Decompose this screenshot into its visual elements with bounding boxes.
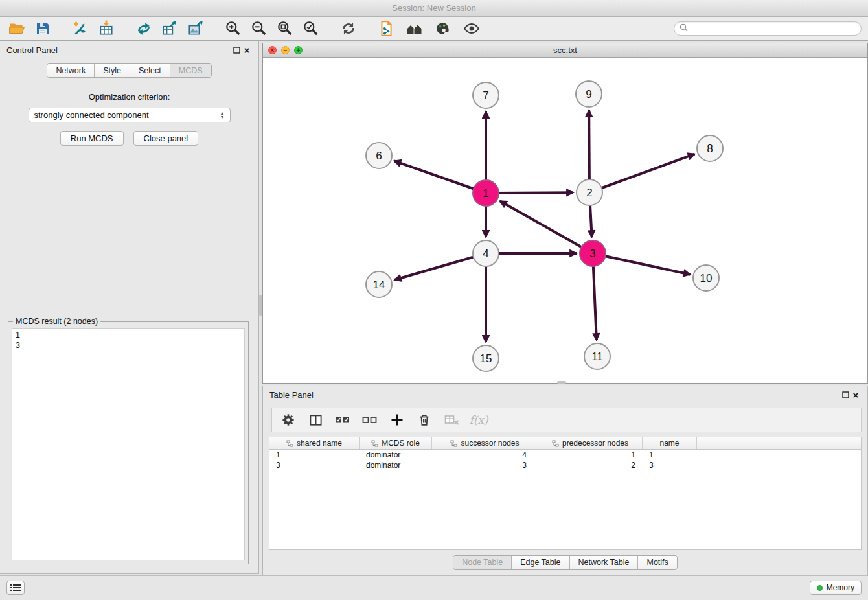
column-header-empty — [697, 437, 861, 449]
tab-motifs[interactable]: Motifs — [638, 556, 676, 569]
import-table-icon[interactable] — [96, 19, 117, 38]
close-table-panel-icon[interactable]: × — [851, 389, 861, 400]
table-panel-tabs: Node Table Edge Table Network Table Moti… — [453, 555, 678, 570]
delete-table-icon[interactable] — [443, 411, 460, 428]
zoom-fit-icon[interactable] — [275, 19, 295, 38]
column-icon[interactable] — [307, 411, 324, 428]
main-toolbar — [0, 17, 868, 41]
graph-edge-1-6[interactable] — [394, 161, 486, 193]
tab-mcds[interactable]: MCDS — [170, 64, 211, 77]
open-file-icon[interactable] — [6, 19, 27, 38]
graph-node-label: 8 — [707, 143, 713, 155]
cell-successor-nodes[interactable]: 3 — [432, 461, 538, 470]
graph-node-label: 1 — [483, 187, 488, 200]
network-graph[interactable]: 7968124314101511 — [263, 58, 867, 383]
window-titlebar: Session: New Session — [0, 0, 868, 17]
node-table: shared name MCDS role successor nodes pr… — [269, 437, 862, 550]
column-header-shared-name[interactable]: shared name — [269, 437, 360, 449]
export-image-icon[interactable] — [185, 19, 206, 38]
graph-node-label: 11 — [591, 351, 603, 363]
mcds-result-box: MCDS result (2 nodes) 1 3 — [8, 321, 249, 564]
cell-mcds-role[interactable]: dominator — [360, 450, 432, 459]
import-network-icon[interactable] — [70, 19, 91, 38]
column-type-icon — [552, 440, 559, 447]
zoom-selected-icon[interactable] — [301, 19, 321, 38]
clone-network-icon[interactable] — [133, 19, 154, 38]
optimization-criterion-label: Optimization criterion: — [0, 92, 258, 102]
delete-row-icon[interactable] — [416, 411, 433, 428]
cell-shared-name[interactable]: 3 — [269, 461, 360, 470]
cell-name[interactable]: 3 — [643, 461, 697, 470]
tab-select[interactable]: Select — [130, 64, 170, 77]
copy-network-icon[interactable] — [376, 19, 396, 38]
float-panel-icon[interactable] — [231, 45, 242, 55]
column-header-mcds-role[interactable]: MCDS role — [360, 437, 432, 449]
graph-edge-4-14[interactable] — [394, 253, 486, 280]
cell-mcds-role[interactable]: dominator — [360, 461, 432, 470]
network-window-titlebar[interactable]: × − + scc.txt — [263, 43, 867, 58]
style-icon[interactable] — [433, 19, 453, 38]
tab-edge-table[interactable]: Edge Table — [512, 556, 569, 569]
control-panel: Control Panel × Network Style Select MCD… — [0, 41, 259, 574]
chevron-up-down-icon: ▲▼ — [220, 111, 225, 119]
add-row-icon[interactable] — [389, 411, 405, 428]
network-canvas[interactable]: 7968124314101511 — [263, 58, 867, 383]
cell-name[interactable]: 1 — [643, 450, 697, 459]
cell-predecessor-nodes[interactable]: 2 — [538, 461, 643, 470]
memory-button[interactable]: Memory — [810, 581, 862, 595]
cell-predecessor-nodes[interactable]: 1 — [538, 450, 643, 459]
tab-node-table[interactable]: Node Table — [453, 556, 512, 569]
function-icon[interactable]: f(x) — [470, 411, 487, 428]
export-table-icon[interactable] — [159, 19, 180, 38]
mcds-result-line: 3 — [16, 340, 241, 351]
graph-node-label: 9 — [586, 88, 591, 100]
deselect-all-icon[interactable] — [361, 411, 378, 428]
graph-edge-3-1[interactable] — [500, 201, 593, 253]
close-panel-icon[interactable]: × — [242, 45, 252, 55]
overview-icon[interactable] — [404, 19, 425, 38]
memory-label: Memory — [827, 583, 854, 592]
control-panel-tabs: Network Style Select MCDS — [47, 63, 211, 78]
tab-network-table[interactable]: Network Table — [570, 556, 639, 569]
mcds-result-list[interactable]: 1 3 — [12, 328, 245, 560]
float-table-panel-icon[interactable] — [840, 389, 851, 400]
column-header-name[interactable]: name — [643, 437, 697, 449]
tab-network[interactable]: Network — [47, 64, 95, 77]
search-input[interactable] — [691, 24, 856, 33]
table-row[interactable]: 3 dominator 3 2 3 — [269, 460, 861, 470]
table-row[interactable]: 1 dominator 4 1 1 — [269, 450, 861, 460]
column-type-icon — [450, 440, 457, 447]
graph-node-label: 10 — [700, 272, 713, 284]
close-window-icon[interactable]: × — [268, 46, 277, 54]
window-title: Session: New Session — [392, 3, 475, 13]
column-header-successor-nodes[interactable]: successor nodes — [432, 437, 538, 449]
cell-successor-nodes[interactable]: 4 — [432, 450, 538, 459]
search-icon — [680, 23, 688, 34]
graph-node-label: 2 — [586, 187, 592, 199]
search-field[interactable] — [674, 21, 862, 36]
close-panel-button[interactable]: Close panel — [133, 131, 199, 146]
show-hide-icon[interactable] — [461, 19, 482, 38]
horizontal-scroll-handle[interactable] — [557, 381, 566, 384]
task-history-button[interactable] — [6, 581, 25, 595]
cell-shared-name[interactable]: 1 — [269, 450, 360, 459]
zoom-in-icon[interactable] — [223, 19, 244, 38]
mcds-result-title: MCDS result (2 nodes) — [13, 317, 100, 326]
network-window-title: scc.txt — [263, 45, 867, 55]
select-all-icon[interactable] — [334, 411, 351, 428]
save-icon[interactable] — [32, 19, 53, 38]
graph-edge-3-10[interactable] — [593, 253, 691, 275]
settings-icon[interactable] — [280, 411, 297, 428]
tab-style[interactable]: Style — [95, 64, 130, 77]
criterion-select[interactable]: strongly connected component ▲▼ — [29, 108, 231, 122]
minimize-window-icon[interactable]: − — [281, 46, 290, 54]
network-window: × − + scc.txt 7968124314101511 — [262, 43, 868, 384]
run-mcds-button[interactable]: Run MCDS — [60, 131, 124, 146]
zoom-out-icon[interactable] — [249, 19, 269, 38]
graph-node-label: 3 — [589, 248, 595, 260]
refresh-icon[interactable] — [338, 19, 359, 38]
zoom-window-icon[interactable]: + — [294, 46, 303, 54]
table-toolbar: f(x) — [271, 408, 862, 432]
column-header-predecessor-nodes[interactable]: predecessor nodes — [538, 437, 643, 449]
graph-edge-2-8[interactable] — [589, 154, 695, 192]
